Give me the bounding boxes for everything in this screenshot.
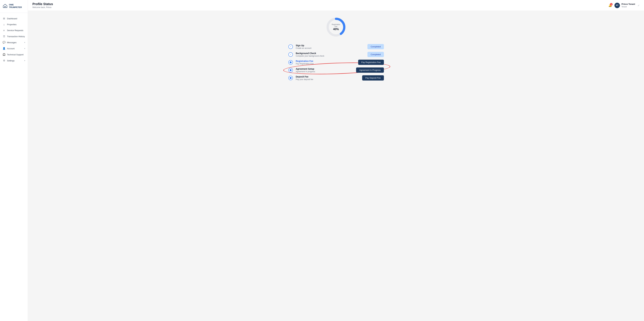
headset-icon: 🎧 (2, 53, 6, 56)
step-subtitle: Complete your background check (296, 55, 365, 57)
user-name: Prince Tenant (622, 3, 635, 5)
step-deposit-fee: Deposit Fee Pay your deposit fee Pay Dep… (288, 75, 384, 81)
steps-list: ✓ Sign Up Create an account Completed ✓ … (288, 44, 384, 81)
step-icon-background-check: ✓ (288, 52, 293, 57)
donut-label-percentage: 40% (330, 28, 342, 31)
sidebar-item-messages[interactable]: 💬 Messages ▾ (0, 39, 28, 45)
list-icon: ☰ (2, 35, 6, 38)
sidebar-item-label: Settings (7, 59, 14, 62)
sidebar-item-technical-support[interactable]: 🎧 Technical Support (0, 51, 28, 58)
sidebar-item-label: Properties (7, 23, 16, 26)
main-content: Profile Status Welcome back, Prince 🔔 5 … (28, 0, 644, 321)
sign-up-button: Completed (368, 44, 384, 49)
sidebar-item-dashboard[interactable]: ⊞ Dashboard (0, 15, 28, 21)
step-icon-agreement-setup (288, 68, 293, 73)
radio-inner (290, 61, 292, 63)
svg-rect-0 (4, 6, 6, 8)
layers-icon: ≡ (2, 29, 6, 32)
notification-badge: 5 (610, 3, 612, 5)
step-title: Background Check (296, 52, 365, 54)
step-title: Deposit Fee (296, 75, 360, 78)
donut-chart: Registration Fee 40% (325, 16, 347, 38)
sidebar-item-label: Service Requests (7, 29, 23, 31)
expand-button[interactable]: ⤢ (638, 4, 640, 7)
radio-icon (288, 76, 293, 80)
grid-icon: ⊞ (2, 17, 6, 20)
header: Profile Status Welcome back, Prince 🔔 5 … (28, 0, 644, 11)
sidebar-item-label: Transaction History (7, 35, 25, 38)
chevron-down-icon: ▾ (24, 47, 25, 50)
step-registration-fee: Registration Fee Pay Registration Fee Pa… (288, 60, 384, 65)
donut-label: Registration Fee 40% (330, 23, 342, 31)
user-role: Tenant (622, 5, 635, 8)
logo[interactable]: OME TRUMPETER (0, 0, 28, 13)
step-subtitle: Pay Registration Fee (296, 63, 356, 65)
sidebar-item-service-requests[interactable]: ≡ Service Requests (0, 27, 28, 33)
step-icon-sign-up: ✓ (288, 44, 293, 49)
step-info-deposit-fee: Deposit Fee Pay your deposit fee (296, 75, 360, 81)
donut-chart-wrapper: Registration Fee 40% (325, 16, 347, 38)
radio-inner (290, 77, 292, 79)
step-agreement-setup: Agreement Setup Agreement in progress Ag… (288, 67, 384, 73)
step-subtitle: Agreement in progress (296, 70, 354, 73)
sidebar-nav: ⊞ Dashboard ⌂ Properties ≡ Service Reque… (0, 13, 28, 321)
radio-inner (290, 69, 292, 71)
step-icon-deposit-fee (288, 75, 293, 81)
step-title: Sign Up (296, 44, 365, 47)
step-subtitle: Create an account (296, 47, 365, 49)
page-title: Profile Status (32, 2, 53, 6)
step-icon-registration-fee (288, 60, 293, 65)
radio-icon (288, 60, 293, 65)
sidebar-item-transaction-history[interactable]: ☰ Transaction History (0, 33, 28, 39)
sidebar-item-label: Account (7, 47, 14, 50)
step-info-sign-up: Sign Up Create an account (296, 44, 365, 49)
step-background-check: ✓ Background Check Complete your backgro… (288, 52, 384, 57)
notification-button[interactable]: 🔔 5 (608, 4, 612, 7)
donut-label-text: Registration Fee (330, 23, 342, 28)
step-title: Registration Fee (296, 60, 356, 62)
registration-fee-button[interactable]: Pay Registration Fee (358, 60, 384, 65)
step-sign-up: ✓ Sign Up Create an account Completed (288, 44, 384, 49)
deposit-fee-button[interactable]: Pay Deposit Fee (362, 75, 384, 81)
home-icon: ⌂ (2, 23, 6, 26)
chevron-down-icon: ▾ (24, 60, 25, 62)
chevron-down-icon: ▾ (24, 41, 25, 43)
background-check-button: Completed (368, 52, 384, 57)
step-info-registration-fee: Registration Fee Pay Registration Fee (296, 60, 356, 65)
check-icon: ✓ (288, 52, 293, 57)
check-icon: ✓ (288, 44, 293, 49)
radio-icon (288, 68, 293, 72)
sidebar-item-settings[interactable]: ⚙ Settings ▾ (0, 58, 28, 64)
sidebar-item-account[interactable]: 👤 Account ▾ (0, 45, 28, 51)
user-profile[interactable]: PT Prince Tenant Tenant (614, 3, 635, 8)
page-subtitle: Welcome back, Prince (32, 6, 53, 8)
sidebar-item-label: Messages (7, 41, 16, 44)
sidebar: OME TRUMPETER ⊞ Dashboard ⌂ Properties ≡… (0, 0, 28, 321)
gear-icon: ⚙ (2, 59, 6, 62)
sidebar-item-label: Technical Support (7, 53, 24, 56)
content-area: Registration Fee 40% ✓ Sign Up Create an… (28, 11, 644, 321)
header-right: 🔔 5 PT Prince Tenant Tenant ⤢ (608, 3, 640, 8)
step-subtitle: Pay your deposit fee (296, 78, 360, 81)
sidebar-item-label: Dashboard (7, 17, 17, 20)
user-text: Prince Tenant Tenant (622, 3, 635, 8)
steps-wrapper: ✓ Sign Up Create an account Completed ✓ … (288, 44, 384, 81)
avatar: PT (614, 3, 620, 8)
step-title: Agreement Setup (296, 68, 354, 70)
step-info-agreement-setup: Agreement Setup Agreement in progress (296, 68, 354, 73)
sidebar-item-properties[interactable]: ⌂ Properties (0, 21, 28, 27)
header-title: Profile Status Welcome back, Prince (32, 2, 53, 8)
user-icon: 👤 (2, 47, 6, 50)
logo-icon (2, 3, 8, 9)
agreement-setup-button[interactable]: Agreement In Progress (356, 67, 384, 73)
logo-text: OME TRUMPETER (9, 3, 25, 8)
step-info-background-check: Background Check Complete your backgroun… (296, 52, 365, 57)
chat-icon: 💬 (2, 41, 6, 44)
